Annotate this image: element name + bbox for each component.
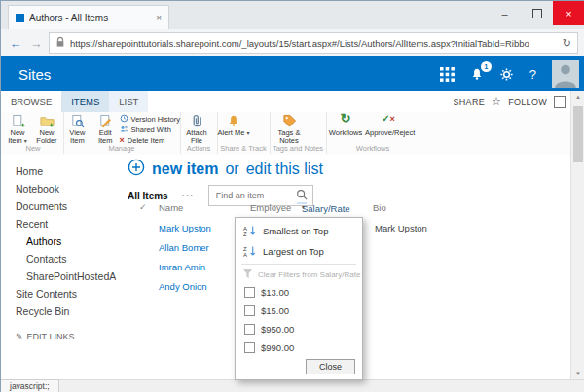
sidebar-header-recent: Recent (1, 215, 116, 232)
sort-ascending-label: Smallest on Top (263, 226, 328, 236)
search-input[interactable] (214, 190, 292, 201)
checkbox[interactable] (244, 324, 255, 335)
follow-star-icon: ☆ (492, 95, 501, 108)
share-button[interactable]: SHARE (454, 97, 486, 107)
checkbox[interactable] (244, 287, 255, 298)
new-item-icon (3, 114, 32, 128)
checkbox[interactable] (244, 342, 255, 353)
status-text: javascript:; (1, 379, 59, 392)
new-item-button[interactable]: New Item ▾ (3, 112, 32, 145)
notification-badge: 1 (481, 61, 492, 72)
chevron-down-icon: ▾ (302, 203, 305, 210)
item-name-link[interactable]: Mark Upston (159, 223, 211, 233)
sidebar-item-site-contents[interactable]: Site Contents (1, 285, 116, 303)
column-header-name[interactable]: Name (159, 202, 183, 213)
edit-item-button[interactable]: Edit Item (91, 112, 120, 145)
tags-notes-button[interactable]: Tags & Notes (270, 112, 309, 145)
item-name-link[interactable]: Allan Bomer (159, 242, 209, 253)
svg-text:A: A (243, 225, 247, 231)
help-icon[interactable]: ? (529, 67, 536, 82)
sidebar-item-sharepointhostedapp[interactable]: SharePointHostedApp (1, 267, 116, 285)
sort-descending-item[interactable]: ZA Largest on Top (236, 241, 362, 262)
maximize-button[interactable] (521, 1, 553, 25)
view-tab-all-items[interactable]: All Items (128, 191, 168, 201)
tab-close-icon[interactable]: × (156, 13, 162, 23)
filter-close-button[interactable]: Close (306, 359, 355, 374)
attach-file-button[interactable]: Attach File (180, 112, 213, 145)
browser-tab[interactable]: Authors - All Items × (8, 5, 169, 30)
user-avatar[interactable] (552, 60, 579, 88)
follow-button[interactable]: FOLLOW (508, 97, 547, 107)
chevron-down-icon: ▾ (247, 130, 250, 136)
address-input[interactable]: https://sharepointtutorials.sharepoint.c… (49, 32, 578, 54)
column-header-bio[interactable]: Bio (373, 202, 386, 213)
edit-list-link[interactable]: edit this list (246, 160, 323, 178)
sort-ascending-icon: AZ (243, 225, 256, 238)
list-heading: new item or edit this list (128, 159, 323, 180)
focus-on-content-icon[interactable] (554, 96, 566, 108)
notifications-bell-icon[interactable]: 1 (470, 67, 484, 82)
item-name-link[interactable]: Andy Onion (159, 281, 207, 292)
ellipsis-menu-icon[interactable]: ··· (182, 191, 195, 201)
sidebar-item-notebook[interactable]: Notebook (1, 180, 116, 197)
version-history-button[interactable]: Version History (120, 115, 180, 124)
filter-option[interactable]: $15.00 (236, 302, 362, 320)
new-item-link[interactable]: new item (152, 160, 218, 178)
approve-reject-button[interactable]: ✓× Approve/Reject (365, 112, 412, 145)
sharepoint-favicon-icon (16, 14, 24, 22)
workflows-button[interactable]: ↻ Workflows (326, 112, 365, 145)
alert-me-button[interactable]: Alert Me ▾ (217, 112, 250, 145)
settings-gear-icon[interactable] (499, 67, 514, 82)
or-text: or (225, 160, 238, 178)
search-icon (296, 189, 308, 202)
sidebar-item-authors[interactable]: Authors (1, 232, 116, 250)
tab-list[interactable]: LIST (109, 91, 148, 112)
select-all-check-icon[interactable]: ✓ (139, 202, 147, 212)
column-header-employee[interactable]: Employee (250, 202, 291, 213)
tab-items[interactable]: ITEMS (61, 91, 109, 112)
app-launcher-icon[interactable] (440, 67, 455, 82)
minimize-button[interactable]: – (489, 1, 521, 25)
ribbon-group-tags-notes: Tags & Notes Tags and Notes (270, 112, 327, 154)
edit-links-label: EDIT LINKS (27, 332, 75, 341)
pencil-icon: ✎ (16, 332, 23, 341)
suite-title: Sites (18, 66, 51, 83)
sidebar-item-recycle-bin[interactable]: Recycle Bin (1, 303, 116, 320)
edit-item-label: Edit Item (98, 128, 113, 145)
scroll-up-icon[interactable]: ▲ (571, 91, 584, 104)
view-item-button[interactable]: View Item (63, 112, 91, 145)
menu-divider (241, 264, 356, 265)
sidebar-item-documents[interactable]: Documents (1, 197, 116, 215)
checkbox[interactable] (244, 305, 255, 316)
new-folder-label: New Folder (36, 128, 56, 145)
maximize-icon (532, 9, 542, 18)
refresh-icon[interactable]: ↻ (563, 37, 571, 50)
filter-option[interactable]: $13.00 (236, 283, 362, 302)
browser-window: Authors - All Items × – × ← → https://sh… (0, 0, 584, 392)
filter-option[interactable]: $990.00 (236, 339, 362, 357)
sidebar-item-home[interactable]: Home (1, 162, 116, 180)
attach-file-icon (180, 114, 213, 128)
back-icon[interactable]: ← (8, 36, 23, 51)
sidebar-item-contacts[interactable]: Contacts (1, 250, 116, 267)
funnel-icon (242, 268, 253, 281)
new-folder-button[interactable]: New Folder (32, 112, 61, 145)
tab-browse[interactable]: BROWSE (1, 91, 61, 112)
item-name-link[interactable]: Imran Amin (159, 262, 205, 272)
sort-ascending-item[interactable]: AZ Smallest on Top (236, 221, 362, 241)
close-button[interactable]: × (553, 1, 584, 25)
filter-option[interactable]: $950.00 (236, 320, 362, 339)
window-controls: – × (489, 1, 584, 25)
forward-icon[interactable]: → (28, 36, 44, 51)
tab-title: Authors - All Items (29, 13, 151, 23)
attach-file-label: Attach File (186, 128, 206, 145)
shared-with-button[interactable]: Shared With (120, 125, 180, 134)
group-label-manage: Manage (63, 144, 180, 153)
edit-links-button[interactable]: ✎ EDIT LINKS (1, 332, 116, 341)
sort-descending-label: Largest on Top (263, 246, 324, 257)
filter-option-label: $950.00 (261, 324, 294, 335)
scrollbar-thumb[interactable] (573, 106, 583, 162)
url-text: https://sharepointtutorials.sharepoint.c… (70, 38, 558, 49)
vertical-scrollbar[interactable]: ▲ ▼ (570, 91, 584, 380)
column-header-salary[interactable]: Salary/Rate ▾ (297, 202, 307, 204)
